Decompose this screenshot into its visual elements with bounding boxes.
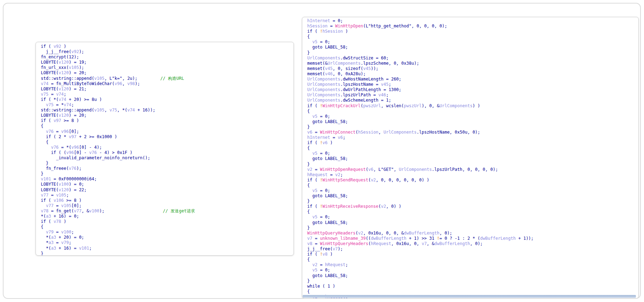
code-line[interactable]: UrlComponents.dwUrlPathLength = 1300; — [307, 87, 636, 92]
code-line[interactable]: if ( v106 >= 8 ) — [41, 198, 291, 203]
code-line[interactable]: std::wstring::append(v105, L"k=", 2u); /… — [41, 76, 291, 81]
code-line[interactable]: v79 = v100; — [41, 230, 291, 235]
code-line[interactable]: v75 = v74; — [41, 92, 291, 97]
code-line[interactable]: hSession = WinHttpOpen(L"http_get_method… — [307, 24, 636, 29]
code-line[interactable]: v5 = 0; — [307, 268, 636, 273]
code-line[interactable]: if ( 2 * v97 + 2 >= 0x1000 ) — [41, 134, 291, 140]
code-token: pwszUrl — [363, 103, 381, 108]
code-line[interactable]: { — [307, 209, 636, 214]
code-line[interactable]: v75 = *v74; — [41, 102, 291, 108]
code-line[interactable]: *a3 = v79; — [41, 240, 291, 245]
code-line[interactable]: _invalid_parameter_noinfo_noreturn(); — [41, 155, 291, 161]
code-line[interactable]: v2 = WinHttpOpenRequest(v6, L"GET", UrlC… — [307, 167, 636, 172]
code-line[interactable]: if ( v92 ) — [41, 44, 291, 49]
code-line[interactable]: memset(v46, 0, 0xA28u); — [307, 71, 636, 77]
code-line[interactable]: { — [307, 183, 636, 188]
code-line[interactable]: goto LABEL_58; — [307, 119, 636, 124]
code-token: WinHttpQueryHeaders — [307, 231, 355, 236]
code-line[interactable]: *(a3 + 20) = 0; — [41, 235, 291, 240]
code-line[interactable]: *(a3 + 16) = 0; — [41, 214, 291, 219]
code-line[interactable]: hInternet = 0; — [307, 18, 636, 24]
code-line[interactable]: v5 = 0; — [307, 114, 636, 119]
code-line[interactable]: memset(&UrlComponents.lpszScheme, 0, 0x3… — [307, 61, 636, 66]
code-line[interactable]: LOBYTE(v120) = 21; — [41, 86, 291, 92]
code-line[interactable]: v76 = v96[0]; — [41, 129, 291, 134]
code-line[interactable]: *(a3 + 16) = v101; — [41, 246, 291, 251]
code-line[interactable]: } — [307, 199, 636, 204]
code-line[interactable]: } — [307, 225, 636, 231]
code-line[interactable]: v5 = 0; — [307, 151, 636, 156]
code-line[interactable]: LOBYTE(v120) = 19; — [41, 60, 291, 65]
code-line[interactable]: if ( *(v74 + 20) >= 8u ) — [41, 97, 291, 102]
code-line[interactable]: { — [307, 146, 636, 151]
code-line[interactable]: UrlComponents.dwStructSize = 60; — [307, 56, 636, 61]
code-line[interactable]: if ( v97 >= 8 ) — [41, 118, 291, 123]
code-line[interactable]: if ( (v96[0] - v76 - 4) > 0x1F ) — [41, 150, 291, 155]
code-line[interactable]: if ( v78 ) — [41, 219, 291, 224]
right-code[interactable]: hInternet = 0;hSession = WinHttpOpen(L"h… — [302, 17, 638, 298]
code-line[interactable]: UrlComponents.dwHostNameLength = 260; — [307, 77, 636, 82]
code-line[interactable]: hRequest = v2; — [307, 172, 636, 178]
code-line[interactable]: UrlComponents.lpszHostName = v45; — [307, 82, 636, 87]
code-line[interactable]: goto LABEL_58; — [307, 156, 636, 161]
code-line[interactable]: { — [41, 140, 291, 145]
code-token: v5 — [312, 214, 317, 219]
code-line[interactable]: { — [307, 289, 636, 294]
code-line[interactable]: } — [41, 171, 291, 176]
code-line[interactable]: UrlComponents.lpszUrlPath = v46; — [307, 92, 636, 98]
code-line[interactable]: if ( !v8 ) — [307, 252, 636, 257]
code-line[interactable]: } — [307, 124, 636, 130]
code-line[interactable]: } — [307, 278, 636, 284]
code-line[interactable]: LOBYTE(v120) = 20; — [41, 113, 291, 118]
code-line[interactable]: goto LABEL_58; — [307, 45, 636, 50]
code-line[interactable]: if ( !WinHttpCrackUrl(pwszUrl, wcslen(pw… — [307, 103, 636, 109]
code-line[interactable]: if ( !v6 ) — [307, 140, 636, 146]
code-line[interactable]: goto LABEL_58; — [307, 273, 636, 278]
code-line[interactable]: { — [307, 109, 636, 114]
code-line[interactable]: hInternet = v6; — [307, 135, 636, 140]
code-line[interactable]: WinHttpQueryHeaders(v2, 0x16u, 0, 0, &dw… — [307, 231, 636, 236]
code-line[interactable]: goto LABEL_58; — [307, 193, 636, 199]
code-line[interactable]: v77 = v105[0]; — [41, 203, 291, 208]
code-line[interactable]: v5 = 0; — [307, 188, 636, 193]
code-line[interactable]: LOBYTE(v120) = 22; — [41, 187, 291, 193]
code-line[interactable]: } — [41, 251, 291, 256]
code-line[interactable]: } — [307, 162, 636, 167]
code-line[interactable]: v77 = v105; — [41, 193, 291, 198]
code-line[interactable]: v76 = *(v96[0] - 4); — [41, 145, 291, 150]
code-line[interactable]: v78 = fn_get(v77, &v100); // 发送get请求 — [41, 208, 291, 214]
code-line[interactable]: v74 = fn_MultiByteToWideChar(v96, v98); — [41, 81, 291, 86]
code-line[interactable]: v7 = unknown_libname_39((dwBufferLength … — [307, 236, 636, 241]
code-line[interactable]: fn_url_xxx(v105); — [41, 65, 291, 70]
code-line[interactable]: v8 = WinHttpQueryHeaders(hRequest, 0x16u… — [307, 241, 636, 246]
code-line[interactable]: while ( 1 ) — [307, 284, 636, 289]
code-line[interactable]: std::wstring::append(v105, v75, *(v74 + … — [41, 108, 291, 113]
code-line[interactable]: v2 = hRequest; — [307, 262, 636, 268]
code-line[interactable]: { — [41, 123, 291, 129]
code-line[interactable]: fn_freee(v76); — [41, 166, 291, 171]
code-line[interactable]: LOBYTE(v100) = 0; — [41, 182, 291, 187]
code-token — [307, 262, 312, 267]
code-line[interactable]: LOBYTE(v120) = 20; — [41, 70, 291, 76]
code-line[interactable]: v101 = 0xF00000000i64; — [41, 176, 291, 182]
code-line[interactable]: UrlComponents.dwSchemeLength = 1; — [307, 98, 636, 103]
code-line[interactable]: } — [41, 161, 291, 166]
code-line[interactable]: } — [307, 50, 636, 56]
code-line[interactable]: if ( !WinHttpSendRequest(v2, 0, 0, 0, 0,… — [307, 178, 636, 183]
horizontal-scrollbar[interactable] — [303, 295, 636, 298]
code-line[interactable]: if ( !hSession ) — [307, 29, 636, 34]
code-token — [307, 214, 312, 219]
code-line[interactable]: j_j__free(v7); — [307, 246, 636, 252]
left-code[interactable]: if ( v92 ) j_j__free(v92);fn_encrypt(12)… — [36, 42, 293, 255]
code-line[interactable]: { — [307, 34, 636, 39]
code-line[interactable]: v5 = 0; — [307, 214, 636, 220]
code-line[interactable]: goto LABEL_58; — [307, 220, 636, 225]
code-line[interactable]: { — [307, 257, 636, 262]
code-line[interactable]: fn_encrypt(12); — [41, 54, 291, 60]
code-line[interactable]: v6 = WinHttpConnect(hSession, UrlCompone… — [307, 130, 636, 135]
code-line[interactable]: memset(v45, 0, sizeof(v45)); — [307, 66, 636, 71]
code-line[interactable]: if ( !WinHttpReceiveResponse(v2, 0) ) — [307, 204, 636, 209]
code-line[interactable]: { — [41, 224, 291, 230]
code-line[interactable]: j_j__free(v92); — [41, 49, 291, 54]
code-line[interactable]: v5 = 0; — [307, 39, 636, 45]
